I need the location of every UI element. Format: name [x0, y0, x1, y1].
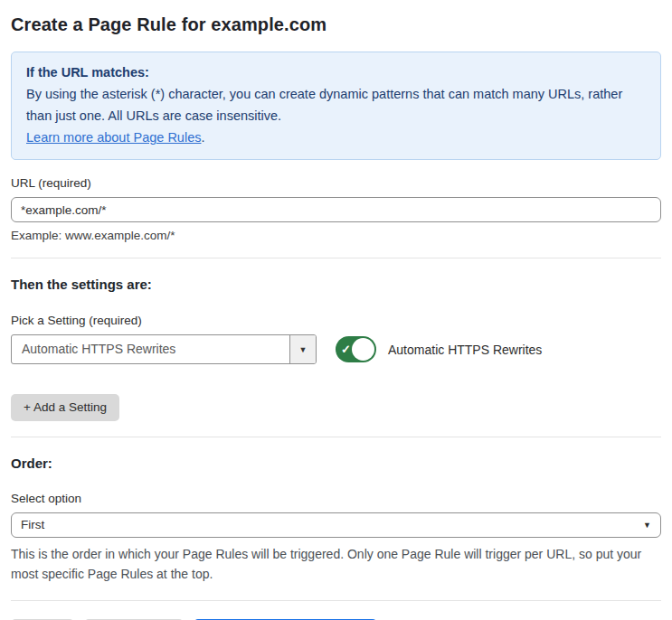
- url-input[interactable]: [11, 197, 661, 222]
- divider: [11, 437, 661, 437]
- order-help-text: This is the order in which your Page Rul…: [11, 544, 661, 584]
- divider: [11, 258, 661, 258]
- info-box-body: By using the asterisk (*) character, you…: [26, 83, 646, 127]
- setting-dropdown-button[interactable]: ▼: [289, 335, 316, 363]
- pick-setting-label: Pick a Setting (required): [11, 314, 661, 327]
- order-select-label: Select option: [11, 492, 661, 505]
- caret-down-icon: ▼: [643, 521, 651, 530]
- order-select[interactable]: First ▼: [11, 512, 661, 538]
- setting-dropdown[interactable]: Automatic HTTPS Rewrites ▼: [11, 334, 317, 364]
- setting-row: Automatic HTTPS Rewrites ▼ ✓ Automatic H…: [11, 334, 661, 364]
- divider: [11, 600, 661, 601]
- settings-section-heading: Then the settings are:: [11, 277, 661, 292]
- url-example-text: Example: www.example.com/*: [11, 229, 661, 242]
- url-field-label: URL (required): [11, 176, 661, 190]
- create-page-rule-panel: Create a Page Rule for example.com If th…: [0, 0, 672, 620]
- setting-toggle-label: Automatic HTTPS Rewrites: [388, 343, 542, 357]
- add-setting-button[interactable]: + Add a Setting: [11, 394, 119, 421]
- caret-down-icon: ▼: [299, 345, 308, 354]
- url-matches-info-box: If the URL matches: By using the asteris…: [11, 52, 661, 160]
- setting-dropdown-value: Automatic HTTPS Rewrites: [12, 335, 289, 363]
- setting-toggle[interactable]: ✓: [336, 336, 376, 362]
- toggle-knob: [352, 338, 374, 361]
- page-title: Create a Page Rule for example.com: [11, 14, 661, 35]
- order-section-heading: Order:: [11, 456, 661, 471]
- info-box-link-line: Learn more about Page Rules.: [26, 127, 646, 148]
- order-select-value: First: [12, 513, 660, 537]
- info-box-heading: If the URL matches:: [26, 61, 646, 83]
- check-icon: ✓: [341, 343, 351, 355]
- learn-more-link[interactable]: Learn more about Page Rules: [26, 130, 201, 145]
- info-box-body-text: By using the asterisk (*) character, you…: [26, 87, 622, 123]
- link-suffix: .: [201, 130, 204, 145]
- add-setting-wrap: + Add a Setting: [11, 394, 661, 421]
